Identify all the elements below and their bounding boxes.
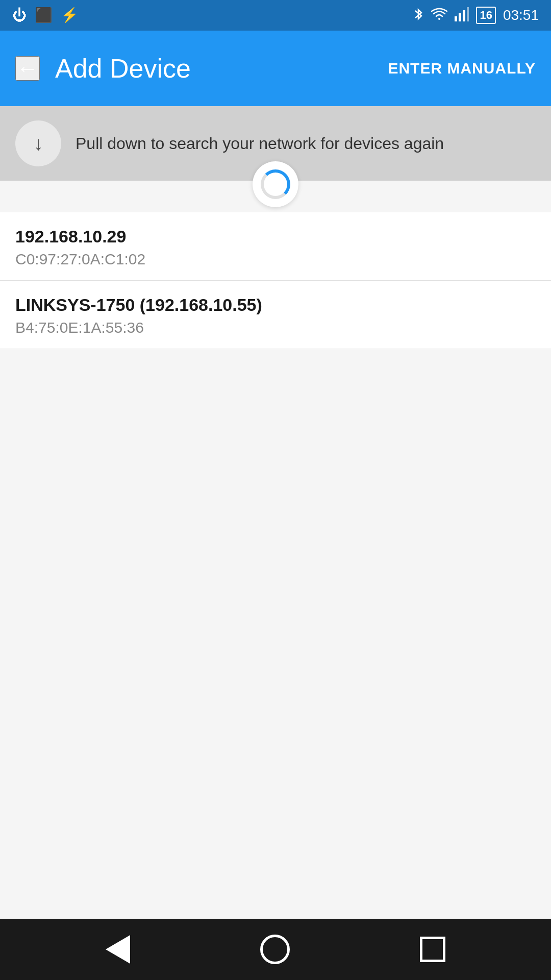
main-content-area <box>0 349 551 911</box>
nav-home-button[interactable] <box>260 935 290 964</box>
home-circle-icon <box>260 935 290 964</box>
wifi-icon <box>431 8 447 23</box>
svg-rect-2 <box>463 10 465 21</box>
signal-icon <box>455 7 469 23</box>
battery-indicator: 16 <box>476 7 495 24</box>
loading-spinner-wrapper <box>0 161 551 207</box>
nav-bar <box>0 919 551 980</box>
pull-refresh-message: Pull down to search your network for dev… <box>76 134 444 153</box>
app-bar: ← Add Device ENTER MANUALLY <box>0 31 551 106</box>
status-bar-left: ⏻ ⬛ ⚡ <box>12 8 79 22</box>
device-item-2[interactable]: LINKSYS-1750 (192.168.10.55) B4:75:0E:1A… <box>0 281 551 349</box>
svg-rect-0 <box>455 16 457 21</box>
bluetooth-icon <box>413 7 424 24</box>
device-mac-1: C0:97:27:0A:C1:02 <box>15 251 536 268</box>
enter-manually-button[interactable]: ENTER MANUALLY <box>388 60 536 77</box>
device-name-2: LINKSYS-1750 (192.168.10.55) <box>15 295 536 315</box>
status-time: 03:51 <box>503 7 539 23</box>
status-bar: ⏻ ⬛ ⚡ 16 03:5 <box>0 0 551 31</box>
nav-back-button[interactable] <box>106 935 130 964</box>
image-icon: ⬛ <box>35 8 53 22</box>
spinner-arc <box>261 169 290 199</box>
app-bar-left: ← Add Device <box>15 53 191 84</box>
back-button[interactable]: ← <box>15 56 40 81</box>
status-bar-right: 16 03:51 <box>413 7 539 24</box>
power-icon: ⏻ <box>12 8 27 22</box>
nav-recents-button[interactable] <box>420 937 445 962</box>
page-title: Add Device <box>55 53 191 84</box>
recents-square-icon <box>420 937 445 962</box>
arrow-down-icon: ↓ <box>34 133 43 155</box>
pull-refresh-icon: ↓ <box>15 120 61 166</box>
device-name-1: 192.168.10.29 <box>15 227 536 247</box>
svg-rect-1 <box>459 13 461 21</box>
lightning-icon: ⚡ <box>61 8 79 22</box>
loading-spinner <box>253 161 298 207</box>
device-list: 192.168.10.29 C0:97:27:0A:C1:02 LINKSYS-… <box>0 212 551 349</box>
device-item-1[interactable]: 192.168.10.29 C0:97:27:0A:C1:02 <box>0 212 551 281</box>
back-triangle-icon <box>106 935 130 964</box>
svg-rect-3 <box>467 7 469 21</box>
device-mac-2: B4:75:0E:1A:55:36 <box>15 319 536 336</box>
